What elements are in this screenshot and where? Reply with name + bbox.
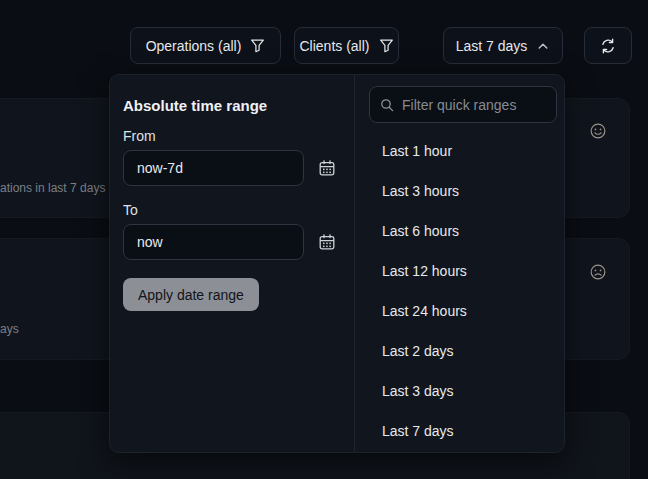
to-label: To [123, 202, 138, 218]
refresh-button[interactable] [584, 27, 632, 64]
clients-filter-label: Clients (all) [299, 38, 369, 54]
search-icon [380, 98, 394, 112]
operations-filter-label: Operations (all) [146, 38, 242, 54]
calendar-icon [318, 159, 336, 177]
to-calendar-button[interactable] [316, 231, 338, 253]
quick-range-item[interactable]: Last 24 hours [355, 291, 565, 331]
funnel-icon [379, 38, 394, 53]
time-range-button[interactable]: Last 7 days [443, 27, 563, 64]
quick-range-item[interactable]: Last 7 days [355, 411, 565, 451]
quick-range-search[interactable] [369, 86, 557, 123]
refresh-icon [600, 38, 616, 54]
smiley-face-icon [589, 122, 607, 140]
quick-range-item[interactable]: Last 1 hour [355, 131, 565, 171]
from-label: From [123, 128, 156, 144]
quick-range-item[interactable]: Last 6 hours [355, 211, 565, 251]
sad-face-icon [589, 263, 607, 281]
stats-card-caption-fragment: ations in last 7 days [0, 181, 105, 195]
chevron-up-icon [536, 39, 550, 53]
clients-filter-button[interactable]: Clients (all) [294, 27, 399, 64]
quick-range-filter-input[interactable] [402, 97, 546, 113]
quick-range-list: Last 1 hour Last 3 hours Last 6 hours La… [355, 131, 565, 451]
stats-card-caption-fragment: ays [0, 322, 19, 336]
time-range-label: Last 7 days [456, 38, 528, 54]
from-input[interactable] [123, 150, 304, 186]
from-calendar-button[interactable] [316, 157, 338, 179]
funnel-icon [250, 38, 265, 53]
quick-range-item[interactable]: Last 2 days [355, 331, 565, 371]
quick-range-item[interactable]: Last 3 days [355, 371, 565, 411]
quick-range-item[interactable]: Last 12 hours [355, 251, 565, 291]
apply-date-range-button[interactable]: Apply date range [123, 278, 259, 311]
time-picker-dropdown: Absolute time range From To [109, 74, 565, 453]
calendar-icon [318, 233, 336, 251]
quick-range-item[interactable]: Last 3 hours [355, 171, 565, 211]
to-input[interactable] [123, 224, 304, 260]
absolute-time-range-heading: Absolute time range [123, 97, 267, 114]
operations-filter-button[interactable]: Operations (all) [130, 27, 281, 64]
